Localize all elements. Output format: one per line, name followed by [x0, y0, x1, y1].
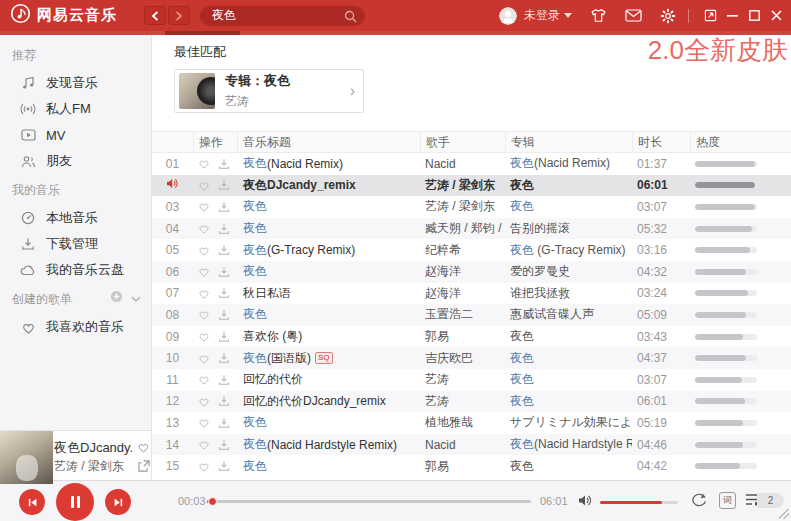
table-row[interactable]: 夜色DJcandy_remix 艺涛 / 梁剑东 夜色 06:01: [152, 175, 791, 197]
progress-bar[interactable]: [207, 500, 531, 503]
like-icon[interactable]: [198, 266, 210, 278]
table-row[interactable]: 08 夜色 玉置浩二 惠威试音碟人声 05:09: [152, 304, 791, 326]
song-album[interactable]: 惠威试音碟人声: [505, 306, 632, 323]
volume-icon[interactable]: [578, 493, 593, 511]
song-artist[interactable]: 赵海洋: [420, 285, 505, 302]
song-artist[interactable]: 赵海洋: [420, 263, 505, 280]
song-artist[interactable]: 艺涛: [420, 393, 505, 410]
song-album[interactable]: 夜色: [505, 198, 632, 215]
like-song-icon[interactable]: [137, 439, 150, 457]
volume-slider[interactable]: [600, 501, 678, 504]
next-button[interactable]: [105, 489, 131, 515]
now-playing-title[interactable]: 夜色DJcandy...: [54, 439, 132, 457]
loop-mode-icon[interactable]: [690, 492, 708, 508]
download-icon[interactable]: [218, 223, 230, 235]
table-row[interactable]: 13 夜色 植地雅哉 サブリミナル効果によ... 05:19: [152, 412, 791, 434]
song-title-keyword[interactable]: 夜色: [243, 155, 267, 172]
song-artist[interactable]: 纪粹希: [420, 242, 505, 259]
share-icon[interactable]: [137, 458, 150, 476]
song-album[interactable]: サブリミナル効果によ...: [505, 414, 632, 431]
lyrics-icon[interactable]: 词: [719, 492, 736, 509]
sidebar-item-friends[interactable]: 朋友: [0, 148, 151, 174]
minimize-button[interactable]: [721, 0, 743, 31]
download-icon[interactable]: [218, 158, 230, 170]
song-artist[interactable]: 植地雅哉: [420, 414, 505, 431]
song-artist[interactable]: Nacid: [420, 157, 505, 171]
best-match-album-card[interactable]: 专辑：夜色 艺涛 ›: [174, 69, 364, 113]
avatar[interactable]: [499, 7, 517, 25]
resize-grip[interactable]: [779, 509, 789, 519]
table-row[interactable]: 04 夜色 臧天朔 / 郑钧 / 唐... 告别的摇滚 05:32: [152, 218, 791, 240]
maximize-button[interactable]: [743, 0, 765, 31]
table-row[interactable]: 07 秋日私语 赵海洋 谁把我拯救 03:24: [152, 283, 791, 305]
mini-mode-button[interactable]: [699, 0, 721, 31]
song-title-keyword[interactable]: 夜色: [243, 306, 267, 323]
close-button[interactable]: [765, 0, 787, 31]
now-playing-artist[interactable]: 艺涛 / 梁剑东: [54, 458, 124, 475]
song-album[interactable]: 夜色(Nacid Hardstyle R...: [505, 436, 632, 453]
table-row[interactable]: 05 夜色 (G-Tracy Remix) 纪粹希 夜色 (G-Tracy Re…: [152, 239, 791, 261]
sidebar-item-mv[interactable]: MV: [0, 122, 151, 148]
sidebar-item-download-manager[interactable]: 下载管理: [0, 231, 151, 257]
song-album[interactable]: 爱的罗曼史: [505, 263, 632, 280]
like-icon[interactable]: [198, 439, 210, 451]
song-artist[interactable]: 艺涛: [420, 371, 505, 388]
table-row[interactable]: 10 夜色(国语版)SQ 吉庆欧巴 夜色 04:37: [152, 347, 791, 369]
song-album[interactable]: 谁把我拯救: [505, 285, 632, 302]
song-artist[interactable]: 玉置浩二: [420, 306, 505, 323]
song-album[interactable]: 夜色: [505, 371, 632, 388]
settings-icon[interactable]: [660, 8, 676, 24]
like-icon[interactable]: [198, 331, 210, 343]
search-input[interactable]: [200, 9, 330, 23]
table-row[interactable]: 15 夜色 郭易 夜色 04:42: [152, 455, 791, 477]
sidebar-item-personal-fm[interactable]: 私人FM: [0, 96, 151, 122]
song-title-keyword[interactable]: 夜色: [243, 458, 267, 475]
sidebar-item-music-cloud-disk[interactable]: 我的音乐云盘: [0, 257, 151, 283]
song-artist[interactable]: 吉庆欧巴: [420, 350, 505, 367]
like-icon[interactable]: [198, 417, 210, 429]
like-icon[interactable]: [198, 287, 210, 299]
pause-button[interactable]: [56, 483, 94, 521]
download-icon[interactable]: [218, 287, 230, 299]
download-icon[interactable]: [218, 417, 230, 429]
download-icon[interactable]: [218, 179, 230, 191]
table-row[interactable]: 12 回忆的代价DJcandy_remix 艺涛 夜色 06:01: [152, 391, 791, 413]
search-box[interactable]: [200, 6, 365, 26]
search-icon[interactable]: [344, 9, 357, 27]
song-artist[interactable]: 艺涛 / 梁剑东: [420, 177, 505, 194]
like-icon[interactable]: [198, 352, 210, 364]
like-icon[interactable]: [198, 374, 210, 386]
queue-count-badge[interactable]: 2: [757, 493, 784, 508]
sidebar-item-local-music[interactable]: 本地音乐: [0, 205, 151, 231]
like-icon[interactable]: [198, 158, 210, 170]
download-icon[interactable]: [218, 309, 230, 321]
download-icon[interactable]: [218, 266, 230, 278]
table-row[interactable]: 09 喜欢你 (粤) 郭易 夜色 03:43: [152, 326, 791, 348]
download-icon[interactable]: [218, 352, 230, 364]
sidebar-item-liked-music[interactable]: 我喜欢的音乐: [0, 314, 151, 340]
login-status[interactable]: 未登录: [524, 7, 560, 24]
song-title-keyword[interactable]: 夜色: [243, 350, 267, 367]
download-icon[interactable]: [218, 244, 230, 256]
chevron-down-icon[interactable]: [564, 13, 572, 18]
song-album[interactable]: 告别的摇滚: [505, 220, 632, 237]
like-icon[interactable]: [198, 460, 210, 472]
download-icon[interactable]: [218, 439, 230, 451]
download-icon[interactable]: [218, 374, 230, 386]
table-row[interactable]: 01 夜色(Nacid Remix) Nacid 夜色(Nacid Remix)…: [152, 153, 791, 175]
song-artist[interactable]: 郭易: [420, 458, 505, 475]
sidebar-item-discover-music[interactable]: 发现音乐: [0, 70, 151, 96]
forward-button[interactable]: [168, 6, 190, 25]
add-playlist-icon[interactable]: [110, 290, 123, 306]
song-artist[interactable]: 臧天朔 / 郑钧 / 唐...: [420, 220, 505, 237]
song-album[interactable]: 夜色: [505, 458, 632, 475]
song-album[interactable]: 夜色: [505, 177, 632, 194]
table-row[interactable]: 14 夜色(Nacid Hardstyle Remix) Nacid 夜色(Na…: [152, 434, 791, 456]
song-album[interactable]: 夜色: [505, 350, 632, 367]
now-playing-cover[interactable]: [0, 431, 53, 484]
song-album[interactable]: 夜色 (G-Tracy Remix): [505, 242, 632, 259]
skin-icon[interactable]: [590, 8, 607, 23]
previous-button[interactable]: [19, 489, 45, 515]
message-icon[interactable]: [625, 9, 642, 22]
download-icon[interactable]: [218, 331, 230, 343]
